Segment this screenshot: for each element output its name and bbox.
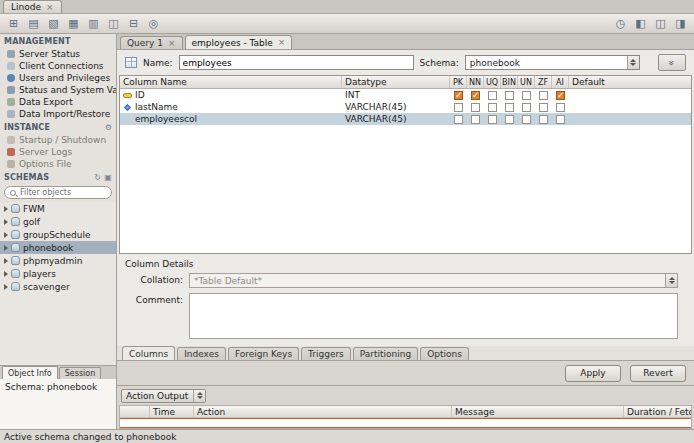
new-connection-icon[interactable]: ⊞ (4, 16, 23, 32)
collation-select[interactable]: *Table Default* (189, 273, 678, 288)
datatype-cell[interactable]: INT (342, 89, 450, 101)
header-default[interactable]: Default (569, 76, 691, 88)
sidebar-item-data-import[interactable]: Data Import/Restore (0, 108, 116, 120)
open-script-icon[interactable]: ▧ (44, 16, 63, 32)
expand-arrow-icon[interactable] (4, 284, 8, 290)
column-name-cell[interactable]: ID (120, 89, 342, 101)
pk-cell[interactable] (450, 89, 467, 101)
header-pk[interactable]: PK (450, 76, 467, 88)
datatype-cell[interactable]: VARCHAR(45) (342, 101, 450, 113)
schema-item-players[interactable]: players (0, 267, 116, 280)
header-ai[interactable]: AI (552, 76, 569, 88)
sidebar-item-server-status[interactable]: Server Status (0, 48, 116, 60)
pk-cell[interactable] (450, 101, 467, 113)
ai-checkbox[interactable] (556, 115, 565, 124)
apply-button[interactable]: Apply (565, 365, 621, 382)
toggle-output-area-icon[interactable]: ◫ (651, 16, 670, 32)
nn-cell[interactable] (467, 113, 484, 125)
expand-arrow-icon[interactable] (4, 219, 8, 225)
un-cell[interactable] (518, 113, 535, 125)
ai-checkbox[interactable] (556, 91, 565, 100)
zf-checkbox[interactable] (539, 115, 548, 124)
default-cell[interactable] (569, 113, 691, 125)
default-cell[interactable] (569, 101, 691, 113)
column-row-lastname[interactable]: lastName VARCHAR(45) (120, 101, 691, 113)
collapse-editor-button[interactable]: » (658, 54, 686, 71)
header-bin[interactable]: BIN (501, 76, 518, 88)
header-datatype[interactable]: Datatype (342, 76, 450, 88)
pk-checkbox[interactable] (454, 91, 463, 100)
search-icon[interactable]: ◎ (144, 16, 163, 32)
ai-cell[interactable] (552, 89, 569, 101)
un-cell[interactable] (518, 101, 535, 113)
connection-tab-linode[interactable]: Linode × (3, 0, 62, 13)
ai-checkbox[interactable] (556, 103, 565, 112)
tab-object-info[interactable]: Object Info (2, 366, 58, 379)
un-checkbox[interactable] (522, 115, 531, 124)
output-rows-area[interactable] (120, 418, 691, 428)
schema-item-scavenger[interactable]: scavenger (0, 280, 116, 293)
tab-session[interactable]: Session (59, 367, 102, 379)
bin-checkbox[interactable] (505, 115, 514, 124)
un-checkbox[interactable] (522, 103, 531, 112)
pk-cell[interactable] (450, 113, 467, 125)
uq-checkbox[interactable] (488, 103, 497, 112)
close-icon[interactable]: × (278, 38, 286, 47)
tab-triggers[interactable]: Triggers (301, 347, 351, 360)
zf-checkbox[interactable] (539, 103, 548, 112)
uq-cell[interactable] (484, 101, 501, 113)
grid-empty-area[interactable] (120, 125, 691, 253)
close-icon[interactable]: × (46, 3, 54, 12)
revert-button[interactable]: Revert (630, 365, 686, 382)
expand-arrow-icon[interactable] (4, 232, 8, 238)
tab-query-1[interactable]: Query 1 × (120, 36, 183, 49)
sidebar-item-data-export[interactable]: Data Export (0, 96, 116, 108)
expand-arrow-icon[interactable] (4, 258, 8, 264)
column-name-cell[interactable]: lastName (120, 101, 342, 113)
nn-checkbox[interactable] (471, 115, 480, 124)
header-un[interactable]: UN (518, 76, 535, 88)
schema-item-golf[interactable]: golf (0, 215, 116, 228)
tab-partitioning[interactable]: Partitioning (353, 347, 418, 360)
table-name-input[interactable] (179, 55, 414, 70)
sidebar-item-options-file[interactable]: Options File (0, 158, 116, 170)
header-message[interactable]: Message (452, 406, 624, 417)
bin-cell[interactable] (501, 101, 518, 113)
bin-checkbox[interactable] (505, 103, 514, 112)
bin-cell[interactable] (501, 89, 518, 101)
comment-textarea[interactable] (189, 293, 678, 339)
expand-arrow-icon[interactable] (4, 271, 8, 277)
zf-cell[interactable] (535, 113, 552, 125)
tab-employees-table[interactable]: employees - Table × (185, 35, 293, 49)
combo-arrows-icon[interactable] (665, 274, 677, 287)
toggle-secondary-sidebar-icon[interactable]: ◨ (671, 16, 690, 32)
un-checkbox[interactable] (522, 91, 531, 100)
expand-arrow-icon[interactable] (4, 206, 8, 212)
uq-checkbox[interactable] (488, 115, 497, 124)
sidebar-item-status-variables[interactable]: Status and System Variables (0, 84, 116, 96)
sidebar-item-users-privileges[interactable]: Users and Privileges (0, 72, 116, 84)
header-column-name[interactable]: Column Name (120, 76, 342, 88)
combo-arrows-icon[interactable] (627, 56, 639, 69)
tab-foreign-keys[interactable]: Foreign Keys (228, 347, 299, 360)
datatype-cell[interactable]: VARCHAR(45) (342, 113, 450, 125)
expand-arrow-icon[interactable] (4, 245, 8, 251)
schema-item-phonebook[interactable]: phonebook (0, 241, 116, 254)
bin-checkbox[interactable] (505, 91, 514, 100)
zf-cell[interactable] (535, 89, 552, 101)
create-view-icon[interactable]: ◫ (104, 16, 123, 32)
ai-cell[interactable] (552, 113, 569, 125)
schema-item-groupschedule[interactable]: groupSchedule (0, 228, 116, 241)
sidebar-item-server-logs[interactable]: Server Logs (0, 146, 116, 158)
nn-checkbox[interactable] (471, 91, 480, 100)
output-selector[interactable]: Action Output (121, 389, 206, 403)
header-nn[interactable]: NN (467, 76, 484, 88)
uq-checkbox[interactable] (488, 91, 497, 100)
un-cell[interactable] (518, 89, 535, 101)
column-row-employeescol[interactable]: employeescol VARCHAR(45) (120, 113, 691, 125)
tab-columns[interactable]: Columns (122, 346, 175, 360)
tab-options[interactable]: Options (420, 347, 469, 360)
header-action[interactable]: Action (194, 406, 452, 417)
column-row-id[interactable]: ID INT (120, 89, 691, 101)
schema-item-fwm[interactable]: FWM (0, 202, 116, 215)
